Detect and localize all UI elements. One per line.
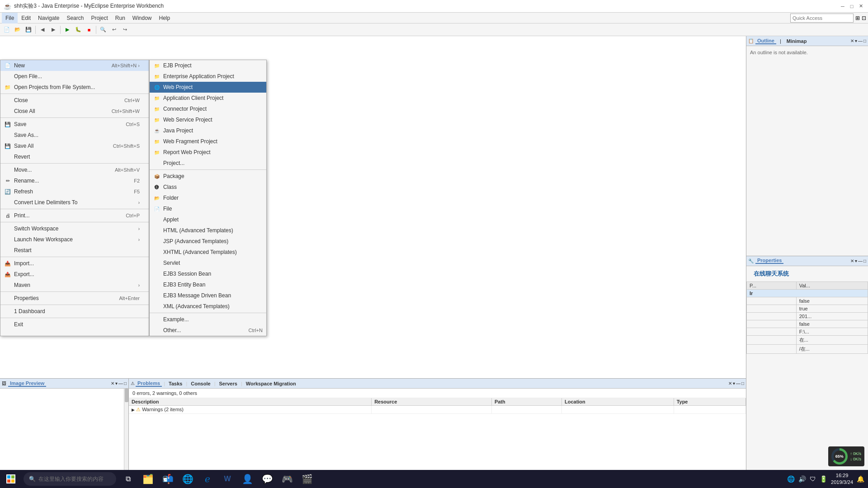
properties-tab[interactable]: Properties	[755, 258, 783, 264]
menu-item-export[interactable]: 📤 Export...	[0, 269, 149, 280]
img-preview-ctrl2[interactable]: ▾	[115, 381, 118, 386]
toolbar-run[interactable]: ▶	[62, 25, 72, 35]
menu-item-print[interactable]: 🖨 Print... Ctrl+P	[0, 210, 149, 221]
maximize-button[interactable]: □	[848, 3, 855, 10]
col-description[interactable]: Description	[129, 398, 372, 406]
menu-window[interactable]: Window	[129, 13, 156, 23]
taskbar-app-task-view[interactable]: ⧉	[118, 470, 138, 488]
search-input[interactable]	[38, 476, 111, 482]
properties-ctrl3[interactable]: —	[858, 258, 863, 263]
sub-web-fragment[interactable]: 📁 Web Fragment Project	[150, 136, 266, 147]
toolbar-debug[interactable]: 🐛	[73, 25, 83, 35]
quick-access-icon2[interactable]: ⊡	[862, 15, 866, 21]
sub-ejb3-session[interactable]: EJB3 Session Bean	[150, 268, 266, 279]
sub-example[interactable]: Example...	[150, 314, 266, 325]
img-preview-scrollbar[interactable]	[124, 389, 128, 475]
taskbar-app-word[interactable]: W	[217, 470, 237, 488]
menu-item-refresh[interactable]: 🔄 Refresh F5	[0, 186, 149, 197]
sub-applet[interactable]: Applet	[150, 214, 266, 225]
menu-item-close[interactable]: Close Ctrl+W	[0, 95, 149, 106]
minimize-button[interactable]: ─	[839, 3, 846, 10]
sub-xml[interactable]: XML (Advanced Templates)	[150, 301, 266, 312]
minimap-tab[interactable]: Minimap	[785, 38, 809, 44]
taskbar-app-game[interactable]: 🎮	[277, 470, 297, 488]
sub-connector[interactable]: 📁 Connector Project	[150, 103, 266, 114]
menu-help[interactable]: Help	[156, 13, 174, 23]
sub-ejb3-msg[interactable]: EJB3 Message Driven Bean	[150, 290, 266, 301]
toolbar-next[interactable]: ↪	[120, 25, 130, 35]
sub-class[interactable]: 🅒 Class	[150, 182, 266, 192]
sub-xhtml[interactable]: XHTML (Advanced Templates)	[150, 247, 266, 258]
menu-item-rename[interactable]: ✏ Rename... F2	[0, 175, 149, 186]
menu-item-open-projects[interactable]: 📁 Open Projects from File System...	[0, 82, 149, 93]
img-preview-ctrl1[interactable]: ✕	[111, 381, 114, 386]
sub-package[interactable]: 📦 Package	[150, 171, 266, 182]
properties-ctrl4[interactable]: □	[863, 258, 866, 263]
toolbar-save[interactable]: 💾	[24, 25, 33, 35]
servers-tab[interactable]: Servers	[217, 381, 239, 386]
img-preview-ctrl4[interactable]: □	[124, 381, 127, 386]
properties-ctrl1[interactable]: ✕	[850, 258, 854, 263]
sub-project-dots[interactable]: Project...	[150, 158, 266, 169]
problems-ctrl1[interactable]: ✕	[728, 381, 732, 386]
toolbar-forward[interactable]: ▶	[48, 25, 58, 35]
properties-ctrl2[interactable]: ▾	[855, 258, 857, 263]
menu-item-save-all[interactable]: 💾 Save All Ctrl+Shift+S	[0, 141, 149, 151]
sub-folder[interactable]: 📂 Folder	[150, 192, 266, 203]
col-location[interactable]: Location	[561, 398, 674, 406]
quick-access-input[interactable]	[790, 14, 854, 23]
menu-project[interactable]: Project	[87, 13, 111, 23]
menu-item-convert[interactable]: Convert Line Delimiters To ›	[0, 197, 149, 208]
menu-run[interactable]: Run	[112, 13, 129, 23]
menu-item-new[interactable]: 📄 New Alt+Shift+N ›	[0, 60, 149, 71]
toolbar-ref[interactable]: ↩	[109, 25, 119, 35]
start-button[interactable]	[0, 470, 22, 488]
sub-servlet[interactable]: Servlet	[150, 258, 266, 268]
taskbar-app-edge[interactable]: ℯ	[198, 470, 217, 488]
prop-col-val[interactable]: Val...	[796, 282, 868, 289]
menu-edit[interactable]: Edit	[18, 13, 34, 23]
taskbar-app-files[interactable]: 🗂️	[138, 470, 158, 488]
menu-item-move[interactable]: Move... Alt+Shift+V	[0, 164, 149, 175]
problems-tab[interactable]: Problems	[136, 380, 162, 387]
img-preview-ctrl3[interactable]: —	[118, 381, 123, 386]
sub-other[interactable]: Other... Ctrl+N	[150, 325, 266, 336]
menu-search[interactable]: Search	[63, 13, 87, 23]
col-path[interactable]: Path	[491, 398, 561, 406]
sub-ejb3-entity[interactable]: EJB3 Entity Bean	[150, 279, 266, 290]
menu-navigate[interactable]: Navigate	[34, 13, 63, 23]
menu-item-switch-workspace[interactable]: Switch Workspace ›	[0, 223, 149, 234]
toolbar-stop[interactable]: ■	[84, 25, 94, 35]
menu-item-exit[interactable]: Exit	[0, 319, 149, 330]
outline-ctrl2[interactable]: ▾	[855, 38, 857, 43]
problems-ctrl4[interactable]: □	[741, 381, 744, 386]
outline-ctrl1[interactable]: ✕	[850, 38, 854, 43]
col-type[interactable]: Type	[674, 398, 745, 406]
close-button[interactable]: ✕	[857, 3, 864, 10]
taskbar-app-chat[interactable]: 💬	[257, 470, 277, 488]
menu-item-revert[interactable]: Revert	[0, 151, 149, 162]
menu-item-maven[interactable]: Maven ›	[0, 280, 149, 291]
taskbar-app-chrome[interactable]: 🌐	[178, 470, 198, 488]
outline-tab[interactable]: Outline	[755, 38, 776, 44]
sub-enterprise-app[interactable]: 📁 Enterprise Application Project	[150, 71, 266, 82]
toolbar-new[interactable]: 📄	[2, 25, 12, 35]
tasks-tab[interactable]: Tasks	[167, 381, 184, 386]
sub-web-project[interactable]: 🌐 Web Project	[150, 82, 266, 93]
toolbar-back[interactable]: ◀	[38, 25, 47, 35]
sub-ejb-project[interactable]: 📁 EJB Project	[150, 60, 266, 71]
problems-ctrl2[interactable]: ▾	[733, 381, 735, 386]
menu-item-open-file[interactable]: Open File...	[0, 71, 149, 82]
taskbar-app-person[interactable]: 👤	[237, 470, 257, 488]
prop-col-p[interactable]: P...	[747, 282, 797, 289]
image-preview-tab[interactable]: Image Preview	[8, 380, 46, 387]
menu-item-save-as[interactable]: Save As...	[0, 130, 149, 141]
expand-arrow[interactable]: ▶	[132, 408, 135, 412]
sub-app-client[interactable]: 📁 Application Client Project	[150, 93, 266, 103]
menu-file[interactable]: File	[2, 13, 18, 23]
menu-item-dashboard[interactable]: 1 Dashboard	[0, 306, 149, 317]
console-tab[interactable]: Console	[189, 381, 212, 386]
col-resource[interactable]: Resource	[372, 398, 492, 406]
taskbar-notification-icon[interactable]: 🔔	[857, 475, 864, 483]
sub-jsp[interactable]: JSP (Advanced Templates)	[150, 236, 266, 247]
